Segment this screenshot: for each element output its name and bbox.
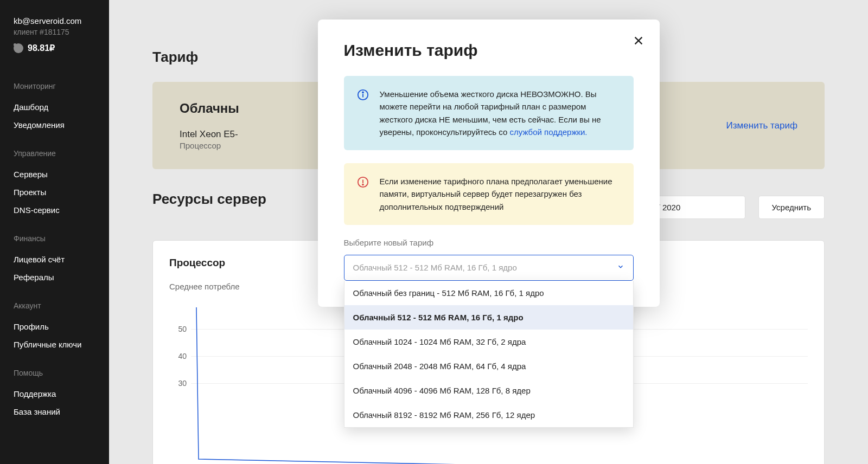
sidebar-item[interactable]: DNS-сервис xyxy=(0,201,109,219)
sidebar-section-title: Управление xyxy=(0,149,109,158)
sidebar: kb@serveroid.com клиент #181175 98.81₽ М… xyxy=(0,0,109,464)
sidebar-section-title: Финансы xyxy=(0,234,109,243)
modal-overlay[interactable]: Изменить тариф Уменьшение объема жестког… xyxy=(109,0,868,464)
svg-point-4 xyxy=(362,92,363,93)
sidebar-item[interactable]: База знаний xyxy=(0,403,109,421)
tariff-option[interactable]: Облачный 2048 - 2048 Мб RAM, 64 Гб, 4 яд… xyxy=(344,354,633,378)
sidebar-item[interactable]: Лицевой счёт xyxy=(0,250,109,268)
tariff-option[interactable]: Облачный 8192 - 8192 Мб RAM, 256 Гб, 12 … xyxy=(344,403,633,427)
sidebar-item[interactable]: Рефералы xyxy=(0,268,109,286)
sidebar-section-title: Помощь xyxy=(0,369,109,377)
balance-display[interactable]: 98.81₽ xyxy=(14,43,95,53)
chevron-down-icon xyxy=(617,263,624,273)
coins-icon xyxy=(14,43,23,53)
sidebar-item[interactable]: Публичные ключи xyxy=(0,336,109,353)
svg-point-7 xyxy=(362,184,363,185)
sidebar-item[interactable]: Уведомления xyxy=(0,116,109,134)
close-icon[interactable] xyxy=(633,35,644,49)
info-icon xyxy=(357,89,369,101)
info-alert: Уменьшение объема жесткого диска НЕВОЗМО… xyxy=(344,76,634,150)
tariff-select[interactable]: Облачный 512 - 512 Мб RAM, 16 Гб, 1 ядро xyxy=(344,255,634,281)
warning-icon xyxy=(357,176,369,188)
sidebar-header: kb@serveroid.com клиент #181175 98.81₽ xyxy=(0,16,109,67)
sidebar-item[interactable]: Дашборд xyxy=(0,98,109,116)
user-email: kb@serveroid.com xyxy=(14,16,95,25)
info-alert-text: Уменьшение объема жесткого диска НЕВОЗМО… xyxy=(380,88,621,138)
tariff-option[interactable]: Облачный без границ - 512 Мб RAM, 16 Гб,… xyxy=(344,281,633,305)
tariff-option[interactable]: Облачный 1024 - 1024 Мб RAM, 32 Гб, 2 яд… xyxy=(344,330,633,354)
sidebar-item[interactable]: Поддержка xyxy=(0,385,109,403)
warning-alert: Если изменение тарифного плана предполаг… xyxy=(344,163,634,225)
sidebar-section-title: Аккаунт xyxy=(0,301,109,310)
support-link[interactable]: службой поддержки. xyxy=(509,127,587,137)
balance-amount: 98.81₽ xyxy=(28,43,55,53)
sidebar-item[interactable]: Серверы xyxy=(0,165,109,183)
change-tariff-modal: Изменить тариф Уменьшение объема жестког… xyxy=(318,20,660,307)
modal-title: Изменить тариф xyxy=(344,41,634,60)
warning-alert-text: Если изменение тарифного плана предполаг… xyxy=(380,175,621,213)
tariff-option[interactable]: Облачный 4096 - 4096 Мб RAM, 128 Гб, 8 я… xyxy=(344,378,633,403)
sidebar-section-title: Мониторинг xyxy=(0,82,109,91)
tariff-option[interactable]: Облачный 512 - 512 Мб RAM, 16 Гб, 1 ядро xyxy=(344,305,633,330)
tariff-select-value: Облачный 512 - 512 Мб RAM, 16 Гб, 1 ядро xyxy=(353,263,517,272)
tariff-dropdown: Облачный без границ - 512 Мб RAM, 16 Гб,… xyxy=(344,281,634,428)
sidebar-item[interactable]: Проекты xyxy=(0,183,109,201)
select-label: Выберите новый тариф xyxy=(344,238,634,247)
sidebar-item[interactable]: Профиль xyxy=(0,318,109,336)
user-client-id: клиент #181175 xyxy=(14,28,95,36)
